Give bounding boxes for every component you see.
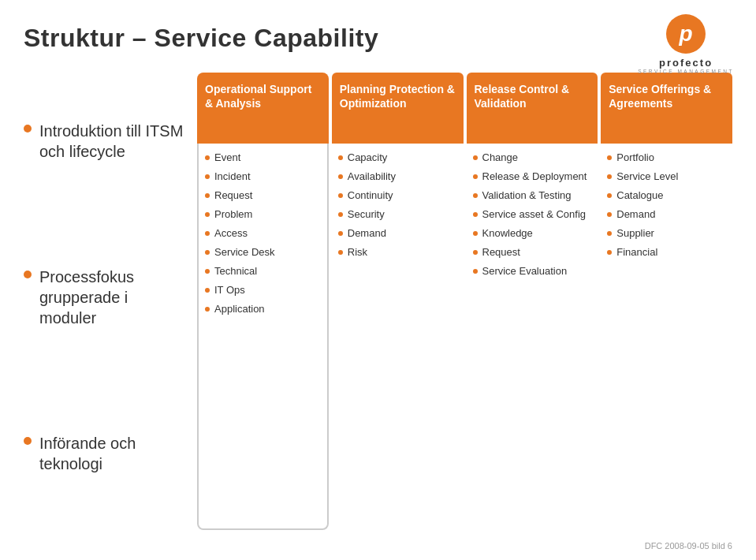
list-item: Request [473, 246, 592, 258]
bullet-dot [24, 125, 32, 133]
bullet-dot [473, 250, 478, 255]
logo-letter: p [680, 21, 693, 47]
list-item: Capacity [338, 151, 457, 163]
bullet-dot [205, 193, 210, 198]
bullet-dot [205, 288, 210, 293]
bullet-dot [338, 155, 343, 160]
bullet-dot [473, 174, 478, 179]
column-release: Release Control & Validation Change Rele… [467, 73, 598, 530]
bullet-dot [607, 193, 612, 198]
column-operational: Operational Support & Analysis Event Inc… [197, 73, 329, 530]
bullet-dot [205, 212, 210, 217]
bullet-dot [205, 231, 210, 236]
list-item: Incident [205, 170, 321, 182]
list-item: Service Evaluation [473, 265, 592, 277]
left-panel: Introduktion till ITSM och lifecycle Pro… [24, 73, 197, 530]
content-area: Introduktion till ITSM och lifecycle Pro… [24, 73, 732, 530]
bullet-text: Processfokus grupperade i moduler [39, 267, 185, 328]
list-item: Access [205, 227, 321, 239]
list-item: Technical [205, 265, 321, 277]
list-item: Problem [205, 208, 321, 220]
bullet-dot [24, 437, 32, 445]
bullet-dot [607, 155, 612, 160]
list-item: Validation & Testing [473, 189, 592, 201]
list-item: Service Level [607, 170, 726, 182]
list-item: Request [205, 189, 321, 201]
list-item: Processfokus grupperade i moduler [24, 267, 185, 328]
bullet-dot [607, 250, 612, 255]
list-item: Application [205, 303, 321, 315]
bullet-dot [338, 231, 343, 236]
column-service: Service Offerings & Agreements Portfolio… [601, 73, 732, 530]
list-item: Portfolio [607, 151, 726, 163]
list-item: Event [205, 151, 321, 163]
bullet-dot [473, 193, 478, 198]
list-item: Införande och teknologi [24, 433, 185, 474]
list-item: Catalogue [607, 189, 726, 201]
bullet-dot [205, 269, 210, 274]
slide: p profecto SERVICE MANAGEMENT Struktur –… [0, 0, 756, 560]
col-header-service: Service Offerings & Agreements [601, 73, 732, 144]
col-body-release: Change Release & Deployment Validation &… [467, 144, 598, 530]
bullet-dot [205, 250, 210, 255]
bullet-text: Införande och teknologi [39, 433, 185, 474]
bullet-dot [473, 155, 478, 160]
list-item: Availability [338, 170, 457, 182]
list-item: Continuity [338, 189, 457, 201]
footer-text: DFC 2008-09-05 bild 6 [645, 541, 732, 551]
column-planning: Planning Protection & Optimization Capac… [332, 73, 464, 530]
list-item: Service asset & Config [473, 208, 592, 220]
bullet-dot [607, 212, 612, 217]
list-item: Change [473, 151, 592, 163]
bullet-dot [205, 307, 210, 312]
list-item: Supplier [607, 227, 726, 239]
list-item: Risk [338, 246, 457, 258]
col-body-planning: Capacity Availability Continuity Securit… [332, 144, 464, 530]
list-item: Introduktion till ITSM och lifecycle [24, 121, 185, 162]
right-panel: Operational Support & Analysis Event Inc… [197, 73, 732, 530]
col-header-planning: Planning Protection & Optimization [332, 73, 464, 144]
bullet-dot [338, 212, 343, 217]
bullet-dot [338, 174, 343, 179]
col-header-release: Release Control & Validation [467, 73, 598, 144]
list-item: IT Ops [205, 284, 321, 296]
col-header-operational: Operational Support & Analysis [197, 73, 329, 144]
logo-icon: p [666, 14, 706, 54]
bullet-text: Introduktion till ITSM och lifecycle [39, 121, 185, 162]
bullet-dot [338, 193, 343, 198]
bullet-dot [24, 271, 32, 278]
logo-area: p profecto SERVICE MANAGEMENT [638, 14, 734, 74]
list-item: Release & Deployment [473, 170, 592, 182]
list-item: Security [338, 208, 457, 220]
page-title: Struktur – Service Capability [24, 24, 732, 53]
list-item: Financial [607, 246, 726, 258]
bullet-dot [205, 155, 210, 160]
col-body-operational: Event Incident Request Problem Access Se… [197, 144, 329, 530]
col-body-service: Portfolio Service Level Catalogue Demand… [601, 144, 732, 530]
logo-name: profecto [659, 57, 713, 69]
bullet-dot [473, 212, 478, 217]
logo-sub: SERVICE MANAGEMENT [638, 69, 734, 74]
bullet-dot [473, 269, 478, 274]
list-item: Knowledge [473, 227, 592, 239]
list-item: Demand [338, 227, 457, 239]
bullet-dot [338, 250, 343, 255]
bullet-dot [607, 231, 612, 236]
list-item: Demand [607, 208, 726, 220]
bullet-dot [473, 231, 478, 236]
bullet-dot [607, 174, 612, 179]
list-item: Service Desk [205, 246, 321, 258]
bullet-dot [205, 174, 210, 179]
